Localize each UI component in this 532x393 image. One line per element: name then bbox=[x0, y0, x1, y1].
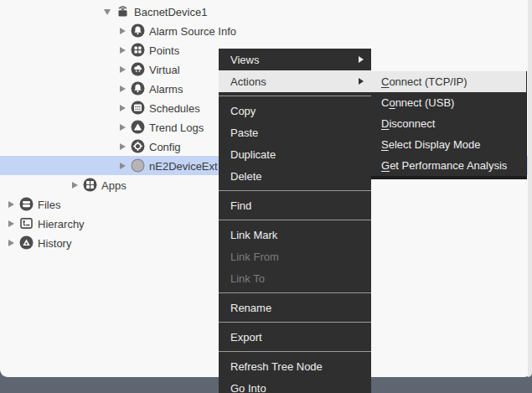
submenu-arrow-icon bbox=[359, 56, 364, 63]
menu-item-label: Disconnect bbox=[381, 117, 519, 130]
expand-arrow-icon[interactable] bbox=[8, 240, 14, 246]
menu-separator bbox=[219, 348, 371, 355]
tree-item-label: Files bbox=[38, 198, 60, 211]
menu-item-paste[interactable]: Paste bbox=[219, 122, 371, 143]
menu-item-label: Connect (TCP/IP) bbox=[381, 75, 519, 88]
tree-item-label: Alarms bbox=[149, 82, 183, 96]
menu-item-views[interactable]: Views bbox=[219, 49, 371, 70]
menu-item-export[interactable]: Export bbox=[219, 326, 371, 348]
menu-separator bbox=[219, 92, 371, 100]
schedule-icon bbox=[131, 101, 145, 115]
menu-item-link-to: Link To bbox=[219, 267, 371, 289]
expand-arrow-icon[interactable] bbox=[120, 28, 126, 34]
menu-item-refresh-tree-node[interactable]: Refresh Tree Node bbox=[219, 355, 371, 377]
menu-item-rename[interactable]: Rename bbox=[219, 297, 371, 318]
expand-arrow-icon[interactable] bbox=[120, 66, 126, 73]
alarm-icon bbox=[131, 81, 145, 96]
menu-item-label: Actions bbox=[230, 75, 352, 88]
expand-arrow-icon[interactable] bbox=[8, 220, 14, 227]
submenu-arrow-icon bbox=[359, 78, 364, 85]
actions-submenu: Connect (TCP/IP) Connect (USB) Disconnec… bbox=[371, 71, 527, 179]
menu-item-disconnect[interactable]: Disconnect bbox=[371, 113, 526, 134]
menu-item-label: Copy bbox=[230, 105, 364, 117]
menu-item-link-mark[interactable]: Link Mark bbox=[219, 224, 371, 246]
expand-arrow-icon[interactable] bbox=[8, 201, 14, 208]
menu-item-connect-usb[interactable]: Connect (USB) bbox=[371, 92, 526, 113]
menu-item-label: Refresh Tree Node bbox=[230, 360, 364, 373]
menu-item-label: Paste bbox=[230, 127, 364, 139]
tree-item-label: Schedules bbox=[149, 101, 200, 115]
menu-item-label: Get Performance Analysis bbox=[381, 159, 519, 172]
history-icon bbox=[19, 235, 34, 250]
menu-item-label: Select Display Mode bbox=[381, 138, 519, 151]
menu-item-link-from: Link From bbox=[219, 246, 371, 267]
menu-item-label: Export bbox=[230, 331, 364, 344]
alarm-source-icon bbox=[131, 23, 145, 38]
tree-item-label: BacnetDevice1 bbox=[134, 5, 207, 18]
menu-item-copy[interactable]: Copy bbox=[219, 100, 371, 122]
menu-separator bbox=[219, 216, 371, 224]
menu-item-label: Views bbox=[230, 54, 352, 66]
tree-item-label: Trend Logs bbox=[149, 121, 204, 134]
tree-item-label: Points bbox=[149, 44, 179, 57]
menu-item-label: Link From bbox=[230, 251, 364, 263]
menu-separator bbox=[219, 289, 371, 297]
menu-item-label: Connect (USB) bbox=[381, 96, 519, 109]
menu-item-label: Delete bbox=[230, 170, 364, 183]
expand-arrow-icon[interactable] bbox=[104, 9, 111, 15]
scrollbar-track[interactable] bbox=[528, 0, 532, 377]
menu-item-connect-tcp-ip[interactable]: Connect (TCP/IP) bbox=[371, 71, 526, 92]
menu-item-label: Link To bbox=[230, 272, 364, 285]
virtual-icon bbox=[131, 62, 145, 76]
expand-arrow-icon[interactable] bbox=[120, 47, 126, 54]
bacnet-device-icon bbox=[116, 4, 130, 18]
config-icon bbox=[131, 139, 145, 153]
menu-item-find[interactable]: Find bbox=[219, 194, 371, 216]
menu-item-actions[interactable]: Actions bbox=[219, 70, 371, 92]
menu-item-select-display-mode[interactable]: Select Display Mode bbox=[371, 134, 526, 155]
menu-item-label: Find bbox=[230, 199, 364, 212]
plain-circle-icon bbox=[131, 158, 145, 173]
expand-arrow-icon[interactable] bbox=[120, 105, 126, 111]
files-icon bbox=[19, 197, 34, 211]
menu-item-go-into[interactable]: Go Into bbox=[219, 377, 371, 393]
tree-item-label: Config bbox=[149, 140, 181, 153]
context-menu: Views Actions Copy Paste Duplicate Delet… bbox=[219, 49, 371, 393]
tree-item-label: Alarm Source Info bbox=[149, 24, 236, 38]
menu-item-label: Duplicate bbox=[230, 148, 364, 161]
hierarchy-icon bbox=[19, 216, 34, 230]
menu-item-duplicate[interactable]: Duplicate bbox=[219, 143, 371, 165]
menu-item-label: Link Mark bbox=[230, 229, 364, 241]
menu-separator bbox=[219, 318, 371, 326]
menu-item-delete[interactable]: Delete bbox=[219, 165, 371, 187]
expand-arrow-icon[interactable] bbox=[72, 182, 78, 189]
trend-icon bbox=[131, 120, 145, 134]
menu-item-label: Go Into bbox=[230, 382, 364, 393]
tree-item-label: Virtual bbox=[149, 63, 180, 76]
tree-item-label: History bbox=[38, 236, 71, 250]
menu-item-label: Rename bbox=[230, 302, 364, 314]
tree-item-label: nE2DeviceExt bbox=[149, 159, 218, 173]
menu-separator bbox=[219, 187, 371, 194]
expand-arrow-icon[interactable] bbox=[120, 143, 126, 150]
apps-icon bbox=[83, 178, 97, 192]
tree-item-label: Apps bbox=[101, 178, 127, 192]
expand-arrow-icon[interactable] bbox=[120, 163, 126, 169]
points-icon bbox=[131, 43, 145, 57]
tree-item-bacnetdevice1[interactable]: BacnetDevice1 bbox=[0, 2, 528, 21]
expand-arrow-icon[interactable] bbox=[120, 85, 126, 92]
expand-arrow-icon[interactable] bbox=[120, 124, 126, 131]
tree-item-label: Hierarchy bbox=[38, 217, 85, 230]
menu-item-get-performance-analysis[interactable]: Get Performance Analysis bbox=[371, 155, 526, 176]
tree-item-alarm-source-info[interactable]: Alarm Source Info bbox=[0, 21, 528, 40]
